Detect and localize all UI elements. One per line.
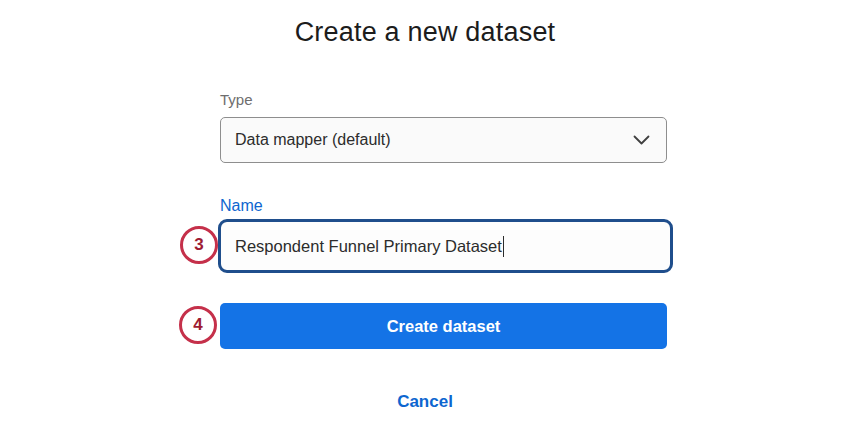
chevron-down-icon xyxy=(633,135,650,146)
type-label: Type xyxy=(220,91,253,108)
name-input[interactable]: Respondent Funnel Primary Dataset xyxy=(218,219,673,273)
type-select[interactable]: Data mapper (default) xyxy=(220,117,667,163)
text-cursor xyxy=(503,236,505,257)
create-dataset-dialog: Create a new dataset Type Data mapper (d… xyxy=(0,0,850,425)
annotation-step-3-number: 3 xyxy=(194,235,203,255)
page-title: Create a new dataset xyxy=(0,17,850,48)
create-dataset-button[interactable]: Create dataset xyxy=(220,303,667,349)
annotation-step-3-badge: 3 xyxy=(180,226,218,264)
annotation-step-4-badge: 4 xyxy=(179,306,217,344)
type-select-value: Data mapper (default) xyxy=(235,131,391,149)
name-label: Name xyxy=(220,197,263,215)
cancel-link[interactable]: Cancel xyxy=(0,392,850,412)
name-input-value: Respondent Funnel Primary Dataset xyxy=(235,237,502,256)
annotation-step-4-number: 4 xyxy=(193,315,202,335)
